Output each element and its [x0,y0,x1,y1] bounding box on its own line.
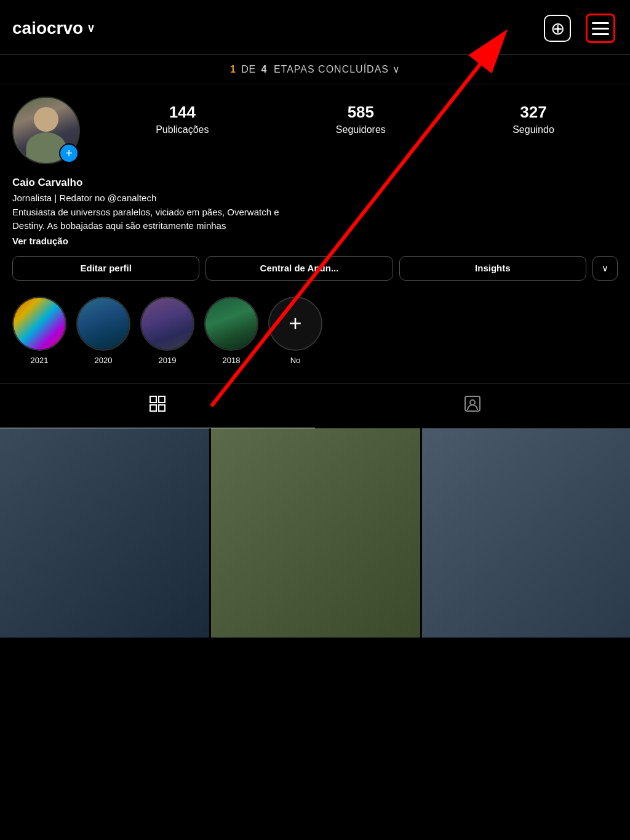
avatar-container: + [12,97,80,164]
edit-profile-button[interactable]: Editar perfil [12,256,199,281]
profile-section: + 144 Publicações 585 Seguidores 327 Seg… [0,84,630,170]
highlight-image-2021 [14,298,65,350]
highlight-2018[interactable]: 2018 [204,297,258,365]
highlight-add-icon: + [289,311,301,337]
bio-line2: Entusiasta de universos paralelos, vicia… [12,207,279,217]
header-icons: ⊕ [541,11,618,46]
highlight-label-2019: 2019 [159,356,177,365]
highlight-partial[interactable]: + No [268,297,322,365]
highlight-2020[interactable]: 2020 [76,297,130,365]
tab-bar [0,383,630,428]
svg-rect-0 [150,396,156,402]
svg-point-5 [470,400,475,405]
followers-label: Seguidores [336,124,386,135]
highlight-circle-partial: + [268,297,322,351]
tagged-icon [464,395,481,417]
publications-stat[interactable]: 144 Publicações [156,103,209,135]
photo-grid [0,428,630,638]
publications-label: Publicações [156,124,209,135]
progress-banner[interactable]: 1 DE 4 ETAPAS CONCLUÍDAS ∨ [0,55,630,84]
followers-count: 585 [348,103,374,122]
header-username[interactable]: caiocrvo ∨ [12,18,95,38]
bio-text: Jornalista | Redator no @canaltech Entus… [12,191,618,233]
highlight-image-2018 [205,298,257,350]
following-stat[interactable]: 327 Seguindo [512,103,554,135]
highlight-circle-2020 [76,297,130,351]
progress-chevron[interactable]: ∨ [393,63,400,75]
grid-image-2[interactable] [211,428,420,638]
menu-line-1 [592,22,609,24]
tab-tagged[interactable] [315,384,630,428]
username-text: caiocrvo [12,18,83,38]
highlight-label-2018: 2018 [223,356,241,365]
insights-button[interactable]: Insights [399,256,586,281]
svg-rect-3 [159,405,165,411]
hamburger-icon [586,14,615,43]
highlight-label-2020: 2020 [95,356,113,365]
highlight-2019[interactable]: 2019 [140,297,194,365]
username-chevron[interactable]: ∨ [87,22,95,35]
add-story-button[interactable]: + [59,143,79,163]
profile-name: Caio Carvalho [12,177,618,189]
grid-icon [149,395,166,417]
menu-line-2 [592,28,609,30]
following-count: 327 [520,103,546,122]
header: caiocrvo ∨ ⊕ [0,0,630,55]
plus-icon: ⊕ [544,15,571,42]
menu-line-3 [592,33,609,35]
highlights-section: 2021 2020 2019 2018 + No [0,290,630,371]
bio-line1: Jornalista | Redator no @canaltech [12,193,156,203]
followers-stat[interactable]: 585 Seguidores [336,103,386,135]
ads-center-button[interactable]: Central de Anún... [205,256,393,281]
bio-line3: Destiny. As bobajadas aqui são estritame… [12,220,226,231]
highlight-2021[interactable]: 2021 [12,297,66,365]
action-buttons: Editar perfil Central de Anún... Insight… [0,256,630,290]
publications-count: 144 [169,103,196,122]
plus-symbol: ⊕ [551,18,565,39]
highlight-label-2021: 2021 [31,356,49,365]
highlight-image-2020 [78,298,129,350]
dropdown-button[interactable]: ∨ [592,256,618,281]
highlight-circle-2019 [140,297,194,351]
grid-image-3[interactable] [422,428,630,638]
highlight-label-partial: No [290,356,301,365]
stats-container: 144 Publicações 585 Seguidores 327 Segui… [92,103,618,135]
highlight-circle-2018 [204,297,258,351]
svg-rect-1 [159,396,165,402]
menu-button[interactable] [583,11,618,46]
grid-image-1[interactable] [0,428,209,638]
bio-section: Caio Carvalho Jornalista | Redator no @c… [0,170,630,256]
following-label: Seguindo [512,124,554,135]
translate-button[interactable]: Ver tradução [12,236,618,246]
svg-rect-2 [150,405,156,411]
progress-separator: DE [241,64,255,74]
avatar-face [34,107,58,132]
progress-label: ETAPAS CONCLUÍDAS [274,64,389,74]
tab-grid[interactable] [0,384,315,428]
highlight-image-2019 [142,298,193,350]
create-post-button[interactable]: ⊕ [541,12,573,44]
progress-current: 1 DE 4 ETAPAS CONCLUÍDAS [230,64,389,75]
highlight-circle-2021 [12,297,66,351]
